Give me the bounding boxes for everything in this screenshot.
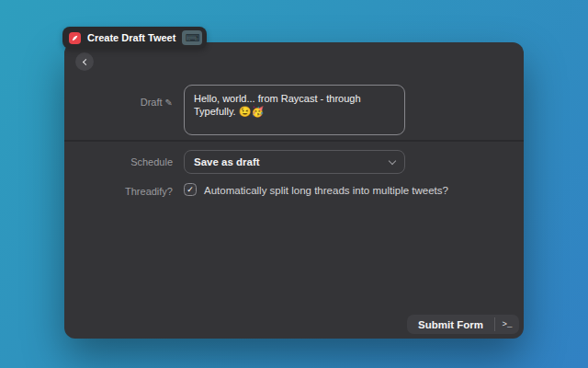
schedule-dropdown[interactable]: Save as draft	[184, 150, 405, 174]
section-divider	[64, 140, 524, 142]
pencil-icon: ✎	[165, 98, 173, 108]
command-tab[interactable]: Create Draft Tweet ⌨	[62, 27, 207, 49]
schedule-label: Schedule	[64, 155, 173, 168]
submit-button-group: Submit Form >_	[407, 315, 519, 334]
keyboard-icon: ⌨	[182, 30, 202, 45]
threadify-checkbox[interactable]: ✓	[184, 183, 197, 196]
desktop-background: { "header_tab": { "title": "Create Draft…	[0, 0, 588, 368]
threadify-description: Automatically split long threads into mu…	[204, 185, 448, 196]
draft-textarea[interactable]: Hello, world... from Raycast - through T…	[184, 85, 405, 135]
submit-form-button[interactable]: Submit Form	[407, 315, 494, 334]
draft-label: Draft✎	[64, 96, 173, 109]
chevron-down-icon	[389, 156, 396, 164]
check-icon: ✓	[187, 186, 194, 194]
schedule-selected-value: Save as draft	[194, 156, 390, 167]
chevron-left-icon	[82, 58, 88, 64]
typefully-icon	[69, 32, 81, 44]
back-button[interactable]	[75, 52, 94, 71]
terminal-icon[interactable]: >_	[495, 315, 519, 334]
raycast-form-window: Draft✎ Hello, world... from Raycast - th…	[64, 42, 524, 339]
threadify-label: Threadify?	[64, 185, 173, 198]
command-tab-title: Create Draft Tweet	[87, 32, 175, 43]
